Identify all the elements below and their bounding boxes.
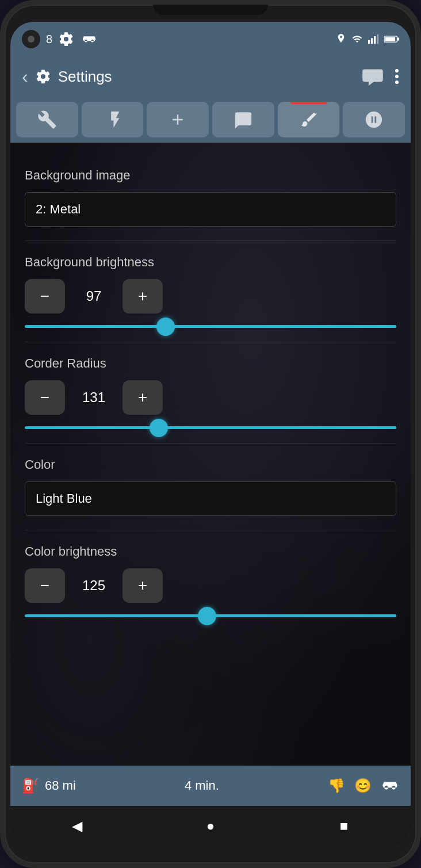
appbar-gear-icon (35, 68, 51, 85)
tools-icon (37, 110, 57, 129)
color-value: Light Blue (36, 491, 92, 506)
background-image-value: 2: Metal (36, 202, 81, 217)
paint-icon (299, 110, 319, 129)
car-icon (381, 779, 399, 793)
app-title: Settings (58, 68, 112, 86)
back-nav-button[interactable]: ◀ (63, 812, 91, 840)
tab-bar (10, 97, 411, 143)
svg-rect-1 (368, 40, 370, 44)
location-pin-icon (336, 33, 346, 45)
background-image-section: Background image 2: Metal (25, 154, 396, 241)
color-brightness-slider[interactable] (25, 614, 396, 617)
main-content: Background image 2: Metal Background bri… (10, 143, 411, 766)
thumbsdown-icon[interactable]: 👎 (328, 778, 345, 794)
color-brightness-increase-button[interactable]: + (123, 568, 163, 603)
tab-plugin[interactable] (82, 102, 144, 137)
home-nav-button[interactable]: ● (196, 812, 225, 840)
signal-icon (368, 34, 380, 44)
add-icon (169, 111, 186, 128)
content-scroll: Background image 2: Metal Background bri… (10, 143, 411, 643)
svg-rect-4 (377, 35, 378, 44)
camera-icon (22, 30, 40, 48)
tab-chat[interactable] (212, 102, 274, 137)
svg-point-9 (395, 75, 399, 78)
notification-count: 8 (46, 33, 52, 46)
background-image-dropdown[interactable]: 2: Metal (25, 192, 396, 227)
tab-tools[interactable] (16, 102, 78, 137)
status-right (336, 33, 399, 45)
brightness-increase-button[interactable]: + (123, 279, 163, 313)
distance-value: 68 mi (45, 778, 76, 793)
brightness-slider[interactable] (25, 325, 396, 328)
tab-wheel[interactable] (343, 102, 405, 137)
corner-radius-label: Corder Radius (25, 356, 396, 371)
wheel-icon (363, 110, 384, 129)
color-brightness-stepper-row: − 125 + (25, 568, 396, 603)
color-section: Color Light Blue (25, 443, 396, 530)
corner-radius-section: Corder Radius − 131 + (25, 342, 396, 443)
recent-nav-button[interactable]: ■ (330, 812, 358, 840)
status-car-icon (80, 33, 98, 45)
corner-radius-stepper-row: − 131 + (25, 380, 396, 415)
color-brightness-decrease-button[interactable]: − (25, 568, 65, 603)
app-bar-right (362, 67, 399, 86)
corner-radius-slider-thumb[interactable] (150, 419, 168, 437)
phone-screen: 8 (10, 22, 411, 846)
phone-shell: 8 (0, 0, 421, 868)
svg-rect-2 (371, 38, 373, 44)
wifi-icon (351, 34, 363, 44)
corner-radius-slider[interactable] (25, 426, 396, 429)
svg-point-8 (395, 69, 399, 72)
corner-radius-increase-button[interactable]: + (123, 380, 163, 415)
status-bar: 8 (10, 22, 411, 56)
smile-icon[interactable]: 😊 (354, 778, 372, 794)
background-image-label: Background image (25, 168, 396, 183)
battery-icon (384, 35, 399, 43)
bottom-center: 4 min. (185, 778, 219, 793)
color-brightness-value: 125 (76, 578, 111, 594)
svg-point-0 (28, 36, 35, 43)
tab-add[interactable] (147, 102, 209, 137)
corner-radius-value: 131 (76, 389, 111, 406)
bottom-left: ⛽ 68 mi (22, 778, 76, 794)
status-left: 8 (22, 30, 98, 48)
bottom-right: 👎 😊 (328, 778, 399, 794)
brightness-label: Background brightness (25, 255, 396, 270)
chat-bubble-icon[interactable] (362, 67, 383, 86)
corner-radius-decrease-button[interactable]: − (25, 380, 65, 415)
svg-point-10 (395, 81, 399, 84)
svg-rect-6 (397, 37, 399, 40)
app-bar-left: ‹ Settings (22, 66, 112, 87)
svg-rect-7 (385, 37, 395, 41)
color-brightness-section: Color brightness − 125 + (25, 530, 396, 631)
brightness-section: Background brightness − 97 + (25, 241, 396, 342)
more-menu-icon[interactable] (395, 68, 399, 85)
brightness-decrease-button[interactable]: − (25, 279, 65, 313)
time-value: 4 min. (185, 778, 219, 793)
color-label: Color (25, 457, 396, 472)
app-bar: ‹ Settings (10, 56, 411, 97)
back-button[interactable]: ‹ (22, 66, 28, 87)
brightness-stepper-row: − 97 + (25, 279, 396, 313)
color-dropdown[interactable]: Light Blue (25, 481, 396, 516)
status-gear-icon (58, 31, 74, 47)
color-brightness-label: Color brightness (25, 544, 396, 559)
phone-notch (153, 5, 268, 15)
color-brightness-slider-thumb[interactable] (198, 607, 216, 625)
bottom-status-bar: ⛽ 68 mi 4 min. 👎 😊 (10, 766, 411, 806)
tab-appearance[interactable] (278, 102, 340, 137)
chat-icon (234, 110, 253, 129)
plugin-icon (105, 110, 121, 129)
brightness-slider-thumb[interactable] (156, 318, 175, 336)
nav-bar: ◀ ● ■ (10, 806, 411, 846)
fuel-icon: ⛽ (22, 778, 39, 794)
svg-rect-3 (374, 36, 376, 44)
brightness-value: 97 (76, 288, 111, 304)
